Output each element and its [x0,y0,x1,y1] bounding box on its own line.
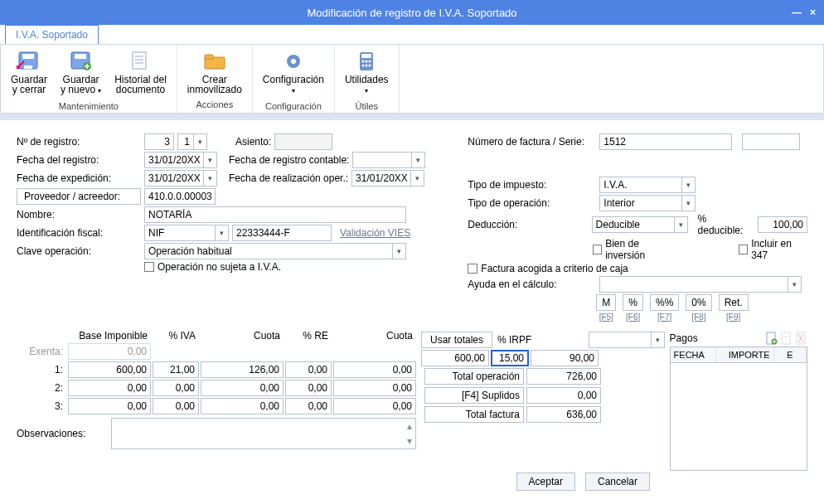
label-ayuda-calc: Ayuda en el cálculo: [468,279,596,290]
svg-rect-15 [205,55,213,59]
dropdown-fecha-exped[interactable]: ▾ [204,170,217,187]
input-tipo-impuesto[interactable] [599,177,682,193]
label-tipo-impuesto: Tipo de impuesto: [468,179,596,191]
ribbon-configuracion[interactable]: Configuración▾ [259,48,327,98]
button-total-operacion[interactable]: Total operación [424,368,524,385]
checkbox-incluir-347[interactable]: Incluir en 347 [739,238,807,261]
button-cancelar[interactable]: Cancelar [585,472,650,491]
input-r2-cuota2[interactable] [333,380,416,396]
input-tipo-operacion[interactable] [599,195,682,211]
input-num-factura[interactable] [599,133,732,150]
input-n-registro-b[interactable] [177,133,194,150]
input-proveedor[interactable] [144,188,216,205]
input-irpf-base[interactable] [421,350,489,366]
svg-rect-6 [75,54,86,59]
input-nombre[interactable] [144,206,406,223]
dropdown-actividad[interactable]: ▾ [652,332,665,348]
dropdown-n-registro[interactable]: ▾ [194,133,207,150]
dropdown-clave-op[interactable]: ▾ [393,243,406,259]
pagos-edit-icon[interactable] [781,332,792,345]
input-r3-cuota1[interactable] [201,398,284,414]
button-proveedor[interactable]: Proveedor / acreedor: [17,188,141,205]
calc-btn-pct[interactable]: % [623,294,643,311]
svg-rect-2 [24,65,32,69]
pagos-delete-icon[interactable] [796,332,807,345]
ribbon-guardar-nuevo[interactable]: Guardary nuevo ▾ [57,48,104,98]
input-r3-base[interactable] [68,398,151,414]
input-r1-iva[interactable] [153,361,199,378]
input-actividad[interactable] [589,332,652,348]
input-irpf-cuota[interactable] [531,350,599,366]
input-id-num[interactable] [232,225,332,241]
input-r1-base[interactable] [68,361,151,378]
input-total-factura[interactable] [526,406,601,423]
button-total-factura[interactable]: Total factura [424,406,524,423]
label-id-fiscal: Identificación fiscal: [17,227,141,239]
input-deduccion[interactable] [592,216,675,233]
checkbox-bien-inversion[interactable]: Bien de inversión [593,238,677,261]
input-r1-re[interactable] [285,361,332,378]
input-r2-cuota1[interactable] [201,380,284,396]
checkbox-fact-acogida[interactable]: Factura acogida a criterio de caja [468,263,628,274]
dropdown-fecha-reg-cont[interactable]: ▾ [412,152,425,168]
calc-btn-ret[interactable]: Ret. [719,294,749,311]
checkbox-op-no-sujeta[interactable]: Operación no sujeta a I.V.A. [144,261,281,273]
input-r1-cuota2[interactable] [333,361,416,378]
dropdown-ayuda-calc[interactable]: ▾ [788,276,802,293]
dropdown-tipo-operacion[interactable]: ▾ [682,195,696,211]
input-r2-re[interactable] [285,380,332,396]
label-n-registro: Nº de registro: [17,136,141,148]
pagos-col-e: E [774,347,807,362]
save-close-icon [17,50,41,73]
button-suplidos[interactable]: [F4] Suplidos [424,387,524,404]
input-r1-cuota1[interactable] [201,361,284,378]
input-r2-iva[interactable] [153,380,199,396]
dropdown-fecha-real[interactable]: ▾ [411,170,424,187]
input-n-registro-a[interactable] [144,133,174,150]
dropdown-fecha-registro[interactable]: ▾ [204,152,217,168]
calc-btn-m[interactable]: M [596,294,616,311]
ribbon-utilidades[interactable]: Utilidades▾ [342,48,392,98]
input-r3-re[interactable] [285,398,332,414]
svg-point-24 [366,65,368,67]
input-serie[interactable] [742,133,800,150]
label-pagos: Pagos [670,332,698,344]
ribbon-crear-inmovilizado[interactable]: Crearinmovilizado [184,48,245,96]
input-fecha-registro[interactable] [144,152,204,168]
svg-point-21 [366,61,368,63]
input-r3-cuota2[interactable] [333,398,416,414]
input-irpf-pct[interactable] [491,350,529,366]
col-base: Base Imponible [68,330,151,342]
input-r3-iva[interactable] [153,398,199,414]
input-pct-deducible[interactable] [758,216,807,233]
calc-btn-0pct[interactable]: 0% [686,294,711,311]
label-fecha-reg-cont: Fecha de registro contable: [229,154,349,166]
pagos-table[interactable]: FECHA IMPORTE E [670,346,807,471]
calc-btn-pctpct[interactable]: %% [650,294,679,311]
col-pct-re: % RE [285,330,332,342]
input-fecha-reg-cont[interactable] [352,152,412,168]
input-fecha-exped[interactable] [144,170,204,187]
input-total-operacion[interactable] [526,368,601,385]
tab-iva-soportado[interactable]: I.V.A. Soportado [5,25,99,44]
input-r2-base[interactable] [68,380,151,396]
label-clave-op: Clave operación: [17,245,141,257]
input-ayuda-calc[interactable] [599,276,788,293]
dropdown-deduccion[interactable]: ▾ [675,216,688,233]
button-usar-totales[interactable]: Usar totales [421,332,492,348]
ribbon-guardar-cerrar[interactable]: Guardary cerrar [7,48,51,98]
close-button[interactable]: × [810,0,816,25]
pagos-add-icon[interactable] [766,332,778,345]
link-validacion-vies[interactable]: Validación VIES [335,225,415,241]
svg-point-22 [369,61,371,63]
ribbon-historial[interactable]: Historial deldocumento [111,48,170,98]
dropdown-tipo-impuesto[interactable]: ▾ [682,177,696,193]
minimize-button[interactable]: — [792,0,802,25]
input-clave-op[interactable] [144,243,393,259]
dropdown-id-type[interactable]: ▾ [216,225,229,241]
input-id-type[interactable] [144,225,216,241]
button-aceptar[interactable]: Aceptar [516,472,575,491]
input-fecha-real[interactable] [351,170,411,187]
input-suplidos[interactable] [526,387,601,404]
textarea-observaciones[interactable]: ▴▾ [111,418,416,449]
